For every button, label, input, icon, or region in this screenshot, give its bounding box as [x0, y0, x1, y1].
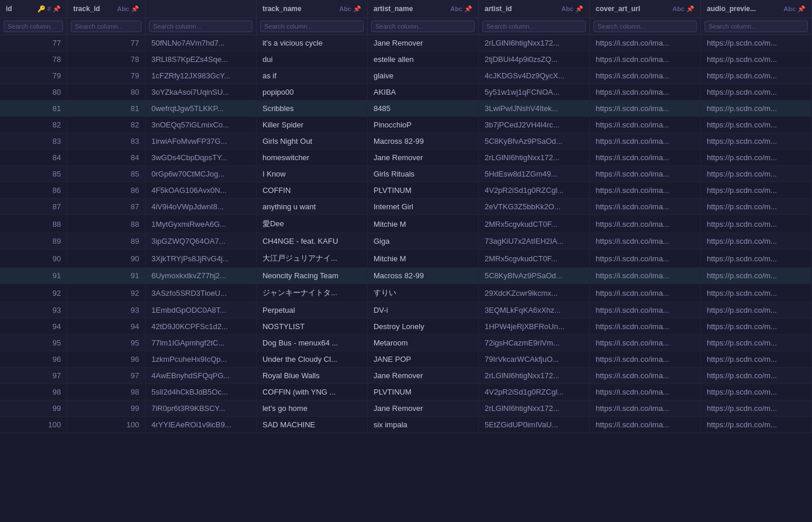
table-cell: Royal Blue Walls: [256, 368, 367, 384]
pin4-icon[interactable]: 📌: [464, 5, 472, 13]
search-row: [0, 18, 812, 35]
search-track-name[interactable]: [256, 18, 367, 35]
table-row[interactable]: 99997iR0pr6t3R9KBSCY...let's go homeJane…: [0, 400, 812, 417]
table-cell: https://i.scdn.co/ima...: [589, 101, 700, 117]
table-row[interactable]: 97974AwEBnyhdSFQqPG...Royal Blue WallsJa…: [0, 368, 812, 384]
pin3-icon[interactable]: 📌: [353, 5, 361, 13]
table-row[interactable]: 959577lm1IGApmhgf2tC...Dog Bus - menux64…: [0, 335, 812, 351]
table-cell: https://p.scdn.co/m...: [700, 302, 811, 319]
data-table[interactable]: id 🔑 # 📌 track_id Abc 📌: [0, 0, 812, 522]
hash-icon[interactable]: #: [47, 5, 51, 13]
search-artist-id[interactable]: [478, 18, 589, 35]
table-cell: https://i.scdn.co/ima...: [589, 166, 700, 182]
table-cell: as if: [256, 68, 367, 84]
pin5-icon[interactable]: 📌: [575, 5, 583, 13]
table-cell: Destroy Lonely: [367, 319, 478, 335]
table-row[interactable]: 82823nOEQq57iGLmixCo...Killer SpiderPino…: [0, 117, 812, 133]
table-cell: 5HdEsw8d1ZGm49...: [478, 166, 589, 182]
table-body: 777750fNLNo7AVm7hd7...it's a vicious cyc…: [0, 35, 812, 433]
search-input-artist-id[interactable]: [482, 20, 586, 32]
search-input-track-name[interactable]: [260, 20, 364, 32]
table-row[interactable]: 83831irwiAFoMvwFP37G...Girls Night OutMa…: [0, 133, 812, 150]
table-cell: 1EmbdGpODC0A8T...: [145, 302, 256, 319]
table-row[interactable]: 84843wGDs4CbpDqpsTY...homeswitcherJane R…: [0, 150, 812, 166]
table-cell: Killer Spider: [256, 117, 367, 133]
table-cell: https://i.scdn.co/ima...: [589, 233, 700, 250]
abc3-icon[interactable]: Abc: [450, 5, 462, 13]
table-cell: 6UymoxkxtkvZ77hj2...: [145, 268, 256, 284]
table-row[interactable]: 777750fNLNo7AVm7hd7...it's a vicious cyc…: [0, 35, 812, 51]
search-track-id-val[interactable]: [145, 18, 256, 35]
table-row[interactable]: 92923ASzfo5SRD3TioeU...ジャンキーナイトタ...すりい29…: [0, 284, 812, 302]
search-input-audio-preview[interactable]: [704, 20, 808, 32]
search-cover-art[interactable]: [589, 18, 700, 35]
table-row[interactable]: 91916UymoxkxtkvZ77hj2...Neoncity Racing …: [0, 268, 812, 284]
table-row[interactable]: 96961zkmPcuheHx9IcQp...Under the Cloudy …: [0, 351, 812, 368]
key-icon[interactable]: 🔑: [37, 5, 46, 13]
table-row[interactable]: 88881MytGyxmiRweA6G...愛DeeMitchie M2MRx5…: [0, 215, 812, 233]
table-cell: 3ASzfo5SRD3TioeU...: [145, 284, 256, 302]
table-cell: 88: [67, 215, 146, 233]
table-cell: 92: [0, 284, 67, 302]
table-cell: NOSTYLIST: [256, 319, 367, 335]
table-cell: https://p.scdn.co/m...: [700, 400, 811, 417]
column-headers: id 🔑 # 📌 track_id Abc 📌: [0, 0, 812, 18]
abc6-icon[interactable]: Abc: [783, 5, 796, 13]
table-cell: 2rLGlNI6htigNxx172...: [478, 368, 589, 384]
table-row[interactable]: 90903XjkTRYjPs8JjRvG4j...大江戸ジュリアナイ...Mit…: [0, 250, 812, 268]
table-row[interactable]: 80803oYZkaAsoi7UqinSU...popipo00AKIBA5y5…: [0, 84, 812, 101]
table-cell: 3XjkTRYjPs8JjRvG4j...: [145, 250, 256, 268]
col-header-id[interactable]: id 🔑 # 📌: [0, 0, 67, 18]
table-cell: PLVTINUM: [367, 384, 478, 400]
search-input-track-id[interactable]: [71, 20, 141, 32]
table-cell: 愛Dee: [256, 215, 367, 233]
table-cell: 4iV9i4oVWpJdwnI8...: [145, 199, 256, 215]
pin-icon[interactable]: 📌: [53, 5, 61, 13]
table-row[interactable]: 81810wefrqtJgw5TLKKP...Scribbles84853Lwi…: [0, 101, 812, 117]
table-row[interactable]: 79791cFZRfy12JX983GcY...as ifglaive4cJKD…: [0, 68, 812, 84]
table-cell: https://p.scdn.co/m...: [700, 215, 811, 233]
table-row[interactable]: 86864F5kOAG106Avx0N...COFFINPLVTINUM4V2p…: [0, 182, 812, 199]
table-row[interactable]: 1001004rYYIEAeROi1v9icB9...SAD MACHINEsi…: [0, 417, 812, 433]
table-cell: 95: [67, 335, 146, 351]
search-artist-name[interactable]: [367, 18, 478, 35]
search-id[interactable]: [0, 18, 67, 35]
col-header-track-id-val[interactable]: [145, 0, 256, 18]
pin7-icon[interactable]: 📌: [797, 5, 806, 13]
table-cell: 78: [67, 51, 146, 68]
pin2-icon[interactable]: 📌: [131, 5, 139, 13]
table-row[interactable]: 85850rGp6w70CtMCJog...I KnowGirls Ritual…: [0, 166, 812, 182]
table-cell: 81: [67, 101, 146, 117]
abc5-icon[interactable]: Abc: [672, 5, 685, 13]
table-cell: 96: [0, 351, 67, 368]
table-row[interactable]: 78783RLI8S7KpEZs4Sqe...duiestelle allen2…: [0, 51, 812, 68]
table-row[interactable]: 949442tD9J0KCPFSc1d2...NOSTYLISTDestroy …: [0, 319, 812, 335]
abc2-icon[interactable]: Abc: [339, 5, 351, 13]
table-cell: 3b7jPCedJ2VH4l4rc...: [478, 117, 589, 133]
search-track-id[interactable]: [67, 18, 146, 35]
table-row[interactable]: 89893ipGZWQ7Q64OA7...CH4NGE - feat. KAFU…: [0, 233, 812, 250]
col-header-audio-preview[interactable]: audio_previe... Abc 📌: [700, 0, 811, 18]
search-input-artist-name[interactable]: [371, 20, 475, 32]
search-audio-preview[interactable]: [700, 18, 811, 35]
table-row[interactable]: 98985slI2d4hCkBJdB5Oc...COFFIN (with YNG…: [0, 384, 812, 400]
table-row[interactable]: 87874iV9i4oVWpJdwnI8...anything u wantIn…: [0, 199, 812, 215]
table-cell: 3oYZkaAsoi7UqinSU...: [145, 84, 256, 101]
table-cell: 78: [0, 51, 67, 68]
col-header-cover-art[interactable]: cover_art_url Abc 📌: [589, 0, 700, 18]
search-input-id[interactable]: [4, 20, 63, 32]
col-header-track-id[interactable]: track_id Abc 📌: [67, 0, 146, 18]
col-header-artist-name[interactable]: artist_name Abc 📌: [367, 0, 478, 18]
table-cell: PLVTINUM: [367, 182, 478, 199]
table-row[interactable]: 93931EmbdGpODC0A8T...PerpetualDV-i3EQMLk…: [0, 302, 812, 319]
search-input-track-id-val[interactable]: [149, 20, 253, 32]
abc-icon[interactable]: Abc: [117, 5, 129, 13]
table-cell: 84: [0, 150, 67, 166]
col-header-track-name[interactable]: track_name Abc 📌: [256, 0, 367, 18]
search-input-cover-art[interactable]: [593, 20, 697, 32]
table-cell: 83: [67, 133, 146, 150]
abc4-icon[interactable]: Abc: [561, 5, 573, 13]
table-cell: 77: [67, 35, 146, 51]
col-header-artist-id[interactable]: artist_id Abc 📌: [478, 0, 589, 18]
pin6-icon[interactable]: 📌: [686, 5, 694, 13]
